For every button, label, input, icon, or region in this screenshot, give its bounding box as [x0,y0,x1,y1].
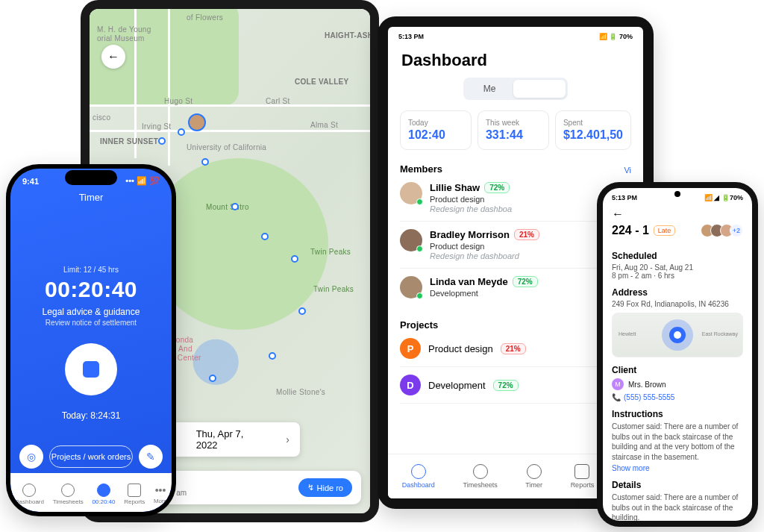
show-more-link[interactable]: Show more [612,464,743,472]
stats-row: Today102:40 This week331:44 Spent$12.401… [388,110,643,150]
subtask-name: Review notice of settlement [22,319,160,327]
map-label: Alma St [310,121,338,129]
timer-screen: 9:41 ••• 📶 💯 Timer Limit: 12 / 45 hrs 00… [10,169,172,512]
screen-title: Timer [10,192,172,203]
tab-timesheets[interactable]: Timesheets [53,484,84,505]
timer-center: Limit: 12 / 45 hrs 00:20:40 Legal advice… [10,266,172,421]
map-label: Mollie Stone's [276,388,325,396]
date-selector[interactable]: ‹ Thu, Apr 7, 2022 › [160,422,300,457]
job-body: Scheduled Fri, Aug 20 - Sat, Aug 21 8 pm… [603,251,752,521]
status-time: 5:13 PM [612,194,637,201]
task-name: Legal advice & guidance [22,307,160,317]
stat-card[interactable]: Spent$12.401,50 [555,110,631,150]
projects-button[interactable]: Projects / work orders [49,445,133,468]
member-note: Redesign the dashboard [430,251,539,260]
map-road [90,104,370,107]
status-dot-icon [416,292,423,299]
percent-badge: 21% [501,343,526,354]
tab-timer[interactable]: 00:20:40 [92,484,115,505]
client-row[interactable]: M Mrs. Brown [612,378,743,390]
page-title: Dashboard [388,40,643,78]
route-dot [298,307,306,315]
member-avatar [400,229,422,251]
project-name: Development [428,380,486,391]
route-dot [261,233,269,240]
percent-badge: 72% [493,380,519,391]
edit-button[interactable]: ✎ [139,445,163,469]
more-assignees[interactable]: +2 [730,224,743,237]
map-label: Irving St [142,122,171,131]
route-icon: ↯ [307,483,314,492]
percent-badge: 21% [514,229,539,240]
segment-slider [513,80,566,98]
percent-badge: 72% [513,276,538,287]
status-time: 9:41 [22,177,39,186]
assignee-avatars[interactable]: +2 [704,224,743,237]
project-avatar: D [400,375,421,395]
scheduled-dates: Fri, Aug 20 - Sat, Aug 21 [612,263,743,272]
phone-icon: 📞 [612,393,621,401]
section-title: Members [400,163,430,175]
tab-reports[interactable]: Reports [124,484,145,505]
back-button[interactable]: ← [101,45,125,69]
member-role: Development [430,289,538,298]
chevron-right-icon[interactable]: › [286,434,289,445]
segment-me[interactable]: Me [463,78,516,100]
member-role: Product design [430,195,512,204]
member-info: Linda van Meyde72% Development [430,276,538,298]
route-dot [158,137,166,145]
stat-card[interactable]: This week331:44 [478,110,549,150]
member-name: Bradley Morrison21% [430,229,539,240]
location-button[interactable]: ◎ [19,445,43,469]
stat-card[interactable]: Today102:40 [400,110,472,150]
clock-icon [61,484,75,497]
map-road [90,130,370,132]
map-label: Hugo St [164,97,192,105]
scheduled-heading: Scheduled [612,251,743,261]
map-label: Twin Peaks [310,248,351,256]
member-name: Linda van Meyde72% [430,276,538,287]
phone-camera [674,191,680,197]
map-label: Mount Sutro [206,203,249,211]
percent-badge: 72% [484,182,510,193]
route-dot [231,203,239,210]
limit-text: Limit: 12 / 45 hrs [22,266,160,274]
map-label: Twin Peaks [313,285,354,293]
map-label: cisco [93,113,110,122]
job-screen: 5:13 PM 📶 ◢ 🔋70% ← 224 - 1 Late +2 Sched… [603,188,752,521]
tab-timer[interactable]: Timer [525,464,542,489]
tab-dashboard[interactable]: Dashboard [15,484,44,505]
details-heading: Details [612,480,743,490]
more-icon: ••• [155,484,166,496]
scheduled-hours: 8 pm - 2 am · 6 hrs [612,272,743,280]
tab-timesheets[interactable]: Timesheets [463,464,497,489]
status-time: 5:13 PM [398,33,424,40]
map-label: of Flowers [187,13,223,22]
report-icon [128,484,141,497]
map-user-avatar[interactable] [188,113,206,131]
timer-actions: ◎ Projects / work orders ✎ [19,445,163,469]
tab-reports[interactable]: Reports [571,464,595,489]
back-button[interactable]: ← [603,201,752,221]
job-phone-device: 5:13 PM 📶 ◢ 🔋70% ← 224 - 1 Late +2 Sched… [597,182,758,527]
mini-map[interactable]: Hewlett East Rockaway [612,313,743,357]
instructions-text: Customer said: There are a number of bul… [612,422,743,462]
route-dot [201,158,209,166]
segmented-control[interactable]: Me Team [463,78,568,100]
bottom-tab-bar: Dashboard Timesheets 00:20:40 Reports ••… [10,473,172,512]
section-title: Projects [400,319,438,331]
job-id: 224 - 1 [612,224,649,237]
map-label: Hewlett [619,331,636,337]
client-phone-link[interactable]: 📞 (555) 555-5555 [612,393,743,401]
member-info: Lillie Shaw72% Product design Redesign t… [430,182,512,213]
location-icon: ◎ [27,451,36,463]
view-all-link[interactable]: Vi [624,166,631,175]
map-label: M. H. de Young [97,25,151,34]
selected-date: Thu, Apr 7, 2022 [196,428,264,451]
tab-more[interactable]: •••More [154,484,167,504]
stop-button[interactable] [65,343,117,395]
client-heading: Client [612,365,743,375]
hide-route-button[interactable]: ↯ Hide ro [298,478,352,497]
tab-dashboard[interactable]: Dashboard [402,464,435,489]
route-dot [209,375,216,382]
